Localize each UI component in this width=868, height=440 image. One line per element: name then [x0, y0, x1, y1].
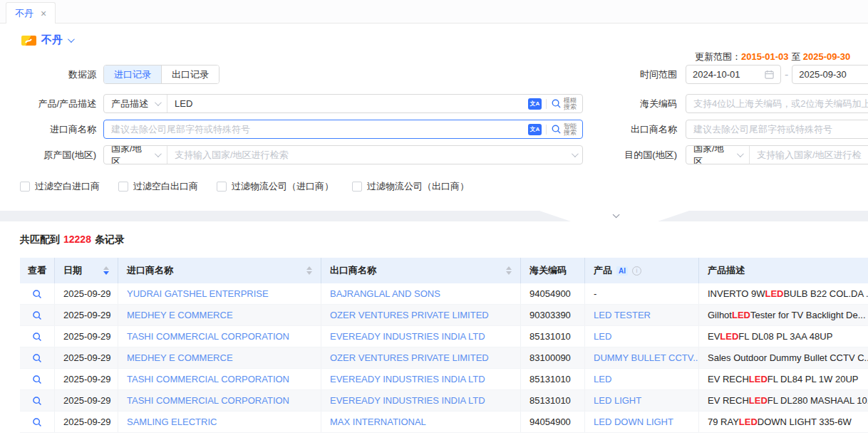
date-start-value: 2024-10-01 — [693, 69, 759, 80]
cell-product[interactable]: LED — [585, 326, 699, 347]
cell-importer[interactable]: YUDRAI GATSHEL ENTERPRISE — [118, 283, 321, 304]
table-row: 2025-09-29 YUDRAI GATSHEL ENTERPRISE BAJ… — [20, 283, 868, 305]
results-table: 查看 日期 进口商名称 出口商名称 海关编码 产品 AI i — [20, 258, 868, 433]
cell-hs-code: 85131010 — [521, 326, 585, 347]
chevron-down-icon[interactable] — [68, 36, 75, 43]
cell-exporter[interactable]: MAX INTERNATIONAL — [321, 412, 521, 432]
cell-importer[interactable]: TASHI COMMERCIAL CORPORATION — [118, 369, 321, 389]
results-summary: 共匹配到12228条记录 — [0, 234, 868, 246]
cell-importer[interactable]: MEDHEY E COMMERCE — [118, 305, 321, 325]
cell-date: 2025-09-29 — [55, 326, 118, 347]
ai-badge: AI — [616, 266, 628, 276]
checkbox-filter-blank-importer[interactable]: 过滤空白进口商 — [20, 180, 100, 193]
sort-date-icon[interactable] — [103, 266, 109, 275]
filter-panel: 数据源 进口记录 出口记录 更新范围：2015-01-03 至 2025-09-… — [0, 48, 868, 211]
table-row: 2025-09-29 TASHI COMMERCIAL CORPORATION … — [20, 326, 868, 347]
cell-product-desc: Gilhot LED Tester for TV Backlight De... — [699, 305, 868, 325]
cell-importer[interactable]: SAMLING ELECTRIC — [118, 412, 321, 432]
view-record-button[interactable] — [20, 305, 55, 325]
view-record-button[interactable] — [20, 369, 55, 389]
cell-date: 2025-09-29 — [55, 390, 118, 411]
cell-product[interactable]: LED LIGHT — [585, 390, 699, 411]
table-row: 2025-09-29 TASHI COMMERCIAL CORPORATION … — [20, 390, 868, 412]
cell-date: 2025-09-29 — [55, 347, 118, 368]
cell-exporter[interactable]: EVEREADY INDUSTRIES INDIA LTD — [321, 326, 521, 347]
view-record-button[interactable] — [20, 326, 55, 347]
update-range-to-word: 至 — [791, 51, 800, 62]
view-search-icon — [32, 310, 42, 320]
tab-title: 不丹 — [15, 7, 33, 20]
date-end-input[interactable]: 2025-09-30 — [792, 65, 868, 84]
bhutan-flag-icon — [21, 36, 36, 46]
header-date[interactable]: 日期 — [55, 258, 118, 283]
view-record-button[interactable] — [20, 390, 55, 411]
checkbox-filter-blank-exporter[interactable]: 过滤空白出口商 — [118, 180, 198, 193]
header-product: 产品 AI i — [585, 258, 699, 283]
cell-product[interactable]: LED DOWN LIGHT — [585, 412, 699, 432]
destination-country-input[interactable] — [750, 146, 868, 164]
checkbox-filter-logistics-importer[interactable]: 过滤物流公司（进口商） — [217, 180, 334, 193]
update-range-to: 2025-09-30 — [803, 51, 851, 62]
checkbox-icon[interactable] — [217, 182, 227, 192]
cell-hs-code: 94054900 — [521, 283, 585, 304]
header-importer[interactable]: 进口商名称 — [118, 258, 321, 283]
chevron-down-icon — [612, 211, 619, 218]
checkbox-icon[interactable] — [352, 182, 362, 192]
cell-importer[interactable]: TASHI COMMERCIAL CORPORATION — [118, 326, 321, 347]
view-record-button[interactable] — [20, 412, 55, 432]
summary-prefix: 共匹配到 — [20, 234, 60, 245]
cell-date: 2025-09-29 — [55, 369, 118, 389]
cell-hs-code: 83100090 — [521, 347, 585, 368]
cell-product[interactable]: DUMMY BULLET CCTV... — [585, 347, 699, 368]
view-record-button[interactable] — [20, 347, 55, 368]
cell-product[interactable]: - — [585, 283, 699, 304]
view-search-icon — [32, 374, 42, 384]
cell-product-desc: 79 RAY LED DOWN LIGHT 335-6W — [699, 412, 868, 432]
collapse-toggle[interactable] — [539, 211, 689, 221]
hs-code-input-group — [686, 94, 868, 113]
cell-product[interactable]: LED TESTER — [585, 305, 699, 325]
cell-exporter[interactable]: EVEREADY INDUSTRIES INDIA LTD — [321, 390, 521, 411]
exporter-input[interactable] — [686, 120, 868, 138]
view-search-icon — [32, 289, 42, 299]
date-start-input[interactable]: 2024-10-01 — [686, 65, 781, 84]
sort-importer-icon[interactable] — [306, 266, 312, 275]
cell-date: 2025-09-29 — [55, 412, 118, 432]
cell-product[interactable]: LED — [585, 369, 699, 389]
calendar-icon — [765, 70, 774, 79]
cell-importer[interactable]: TASHI COMMERCIAL CORPORATION — [118, 390, 321, 411]
tab-bhutan[interactable]: 不丹 × — [6, 2, 56, 23]
update-range-from: 2015-01-03 — [741, 51, 789, 62]
checkbox-icon[interactable] — [20, 182, 30, 192]
checkbox-icon[interactable] — [118, 182, 128, 192]
destination-type-select[interactable]: 国家/地区 — [686, 146, 750, 164]
cell-hs-code: 90303390 — [521, 305, 585, 325]
header-view: 查看 — [20, 258, 55, 283]
sort-exporter-icon[interactable] — [506, 266, 512, 275]
update-range-label: 更新范围： — [695, 51, 741, 62]
update-range: 更新范围：2015-01-03 至 2025-09-30 — [695, 51, 850, 63]
cell-product-desc: EV LED FL DL08 PL 3AA 48UP — [699, 326, 868, 347]
checkbox-filter-logistics-exporter[interactable]: 过滤物流公司（出口商） — [352, 180, 469, 193]
destination-type-value: 国家/地区 — [693, 145, 731, 164]
view-record-button[interactable] — [20, 283, 55, 304]
cell-product-desc: EV RECH LED FL DL280 MASHAAL 10... — [699, 390, 868, 411]
hs-code-label: 海关编码 — [596, 94, 677, 113]
country-title[interactable]: 不丹 — [41, 33, 63, 47]
filter-checkboxes: 过滤空白进口商 过滤空白出口商 过滤物流公司（进口商） 过滤物流公司（出口商） — [20, 180, 469, 193]
view-search-icon — [32, 332, 42, 342]
cell-importer[interactable]: MEDHEY E COMMERCE — [118, 347, 321, 368]
view-search-icon — [32, 396, 42, 406]
cell-exporter[interactable]: OZER VENTURES PRIVATE LIMITED — [321, 305, 521, 325]
tab-close-icon[interactable]: × — [41, 9, 46, 19]
results-panel: 共匹配到12228条记录 查看 日期 进口商名称 出口商名称 海关编码 — [0, 221, 868, 436]
hs-code-input[interactable] — [686, 95, 868, 112]
date-separator: - — [785, 68, 788, 81]
cell-exporter[interactable]: BAJRANGLAL AND SONS — [321, 283, 521, 304]
cell-exporter[interactable]: EVEREADY INDUSTRIES INDIA LTD — [321, 369, 521, 389]
info-icon[interactable]: i — [632, 266, 641, 276]
cell-exporter[interactable]: OZER VENTURES PRIVATE LIMITED — [321, 347, 521, 368]
checkbox-label: 过滤物流公司（出口商） — [367, 180, 469, 193]
tab-bar: 不丹 × — [0, 0, 868, 23]
header-exporter[interactable]: 出口商名称 — [321, 258, 521, 283]
